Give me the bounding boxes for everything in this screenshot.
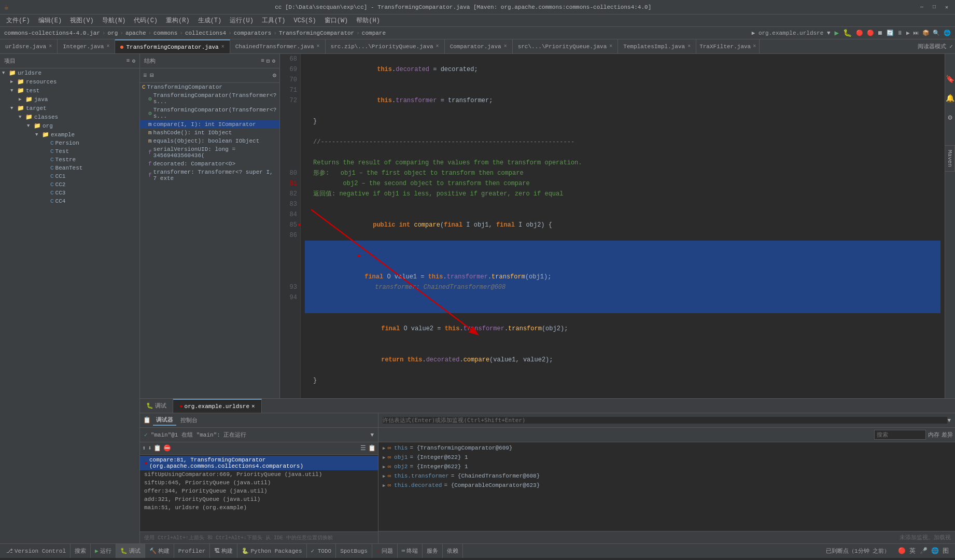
debug-etb-btn2[interactable]: ⬇ xyxy=(148,444,151,452)
var-obj2[interactable]: ▶ ∞ obj2 = {Integer@622} 1 xyxy=(378,462,955,471)
sidebar-item-target[interactable]: ▼ 📁 target xyxy=(0,104,139,113)
stack-item-1[interactable]: siftUpUsingComparator:669, PriorityQueue… xyxy=(140,470,378,479)
menu-view[interactable]: 视图(V) xyxy=(66,15,98,26)
struct-decorated[interactable]: f decorated: Comparator<O> xyxy=(140,160,279,168)
bottom-item-problems[interactable]: ⚠ 问题 xyxy=(372,544,398,558)
tab-transforming-comparator[interactable]: TransformingComparator.java × xyxy=(115,39,230,53)
eval-dropdown[interactable]: ▼ xyxy=(947,417,951,424)
tab-urldsre[interactable]: urldsre.java × xyxy=(0,39,58,53)
debug-filter-btn[interactable]: ▼ xyxy=(370,432,374,438)
maven-tab[interactable]: Maven xyxy=(945,145,955,172)
struct-constructor1[interactable]: ⚙ TransformingComparator(Transformer<? s… xyxy=(140,91,279,106)
run-button[interactable]: ▶ xyxy=(835,29,839,37)
tab-pq1-close[interactable]: × xyxy=(436,44,439,49)
var-this-arrow[interactable]: ▶ xyxy=(383,445,385,451)
menu-run[interactable]: 运行(U) xyxy=(226,15,258,26)
sidebar-item-cc3[interactable]: ▶ C CC3 xyxy=(0,189,139,197)
tab-comparator-close[interactable]: × xyxy=(504,44,507,49)
close-button[interactable]: ✕ xyxy=(943,3,951,11)
bottom-item-todo[interactable]: ✓ TODO xyxy=(307,544,336,558)
code-editor[interactable]: 68 69 70 71 72 80 81 82 xyxy=(280,54,945,398)
debug-etb-btn6[interactable]: 📋 xyxy=(368,444,376,452)
tab-transforming-close[interactable]: × xyxy=(221,44,224,50)
debug-subtab-debugger[interactable]: 调试器 xyxy=(153,415,176,426)
tab-integer-close[interactable]: × xyxy=(106,44,109,49)
struct-compare[interactable]: m compare(I, I): int IComparator xyxy=(140,120,279,129)
menu-vcs[interactable]: VCS(S) xyxy=(289,16,320,25)
breadcrumb-item-commons[interactable]: commons xyxy=(153,30,177,36)
menu-window[interactable]: 窗口(W) xyxy=(320,15,353,26)
stack-item-0[interactable]: ● compare:81, TransformingComparator (or… xyxy=(140,456,378,470)
menu-file[interactable]: 文件(F) xyxy=(2,15,34,26)
maximize-button[interactable]: □ xyxy=(930,3,938,11)
struct-constructor2[interactable]: ⚙ TransformingComparator(Transformer<? s… xyxy=(140,106,279,120)
breadcrumb-item-class[interactable]: TransformingComparator xyxy=(279,30,354,36)
var-search[interactable] xyxy=(874,430,926,440)
menu-edit[interactable]: 编辑(E) xyxy=(34,15,66,26)
tab-urldsre-close[interactable]: × xyxy=(49,44,52,49)
debug-subtab-console[interactable]: 控制台 xyxy=(177,415,201,425)
breadcrumb-item-jar[interactable]: commons-collections4-4.0.jar xyxy=(4,30,100,36)
sidebar-item-test[interactable]: ▼ 📁 test xyxy=(0,86,139,95)
sidebar-item-resources[interactable]: ▶ 📁 resources xyxy=(0,77,139,86)
stack-item-3[interactable]: offer:344, PriorityQueue (java.util) xyxy=(140,487,378,495)
debug-button[interactable]: 🐛 xyxy=(843,29,852,37)
vars-tb-diff[interactable]: 差异 xyxy=(942,431,953,439)
bottom-item-version[interactable]: ⎇ Version Control xyxy=(2,544,71,558)
menu-tools[interactable]: 工具(T) xyxy=(258,15,290,26)
urldsre-tab-close[interactable]: × xyxy=(251,403,255,410)
reader-mode-button[interactable]: 阅读器模式 ✓ xyxy=(916,39,955,53)
sidebar-item-cc4[interactable]: ▶ C CC4 xyxy=(0,197,139,205)
bottom-item-search[interactable]: 搜索 xyxy=(71,544,91,558)
sidebar-item-cc1[interactable]: ▶ C CC1 xyxy=(0,172,139,180)
bottom-item-python[interactable]: 🐍 Python Packages xyxy=(237,544,306,558)
notifications-icon[interactable]: 🔔 xyxy=(946,94,954,103)
tab-priorityqueue2[interactable]: src\...\PriorityQueue.java × xyxy=(513,39,619,53)
sidebar-settings[interactable]: ⚙ xyxy=(132,58,135,64)
breadcrumb-item-method[interactable]: compare xyxy=(362,30,386,36)
menu-refactor[interactable]: 重构(R) xyxy=(162,15,194,26)
settings-right-icon[interactable]: ⚙ xyxy=(948,113,952,122)
tab-pq2-close[interactable]: × xyxy=(609,44,612,49)
stack-item-5[interactable]: main:51, urldsre (org.example) xyxy=(140,503,378,512)
bottom-item-deps[interactable]: 依赖 xyxy=(443,544,463,558)
structure-collapse[interactable]: ⊟ xyxy=(266,58,270,64)
debug-etb-btn3[interactable]: 📋 xyxy=(153,444,161,452)
bottom-tab-debug[interactable]: 🐛 调试 xyxy=(140,399,173,413)
sidebar-collapse-all[interactable]: ≡ xyxy=(127,58,130,64)
tab-priorityqueue1[interactable]: src.zip\...\PriorityQueue.java × xyxy=(326,39,445,53)
bottom-item-build2[interactable]: 🏗 构建 xyxy=(210,544,237,558)
struct-transformer[interactable]: f transformer: Transformer<? super I, 7 … xyxy=(140,168,279,183)
tab-templates-close[interactable]: × xyxy=(687,44,691,49)
bottom-tab-urldsre[interactable]: ● org.example.urldsre × xyxy=(173,399,262,413)
var-obj1-arrow[interactable]: ▶ xyxy=(383,455,385,460)
struct-root[interactable]: C TransformingComparator xyxy=(140,83,279,91)
var-this[interactable]: ▶ ∞ this = {TransformingComparator@609} xyxy=(378,443,955,453)
extra-tab-close[interactable]: × xyxy=(753,44,756,49)
eval-input[interactable] xyxy=(383,417,947,424)
menu-code[interactable]: 代码(C) xyxy=(130,15,162,26)
bottom-item-debug[interactable]: 🐛 调试 xyxy=(116,544,145,558)
sidebar-item-cc2[interactable]: ▶ C CC2 xyxy=(0,180,139,189)
bottom-item-build[interactable]: 🔨 构建 xyxy=(145,544,174,558)
breadcrumb-item-comparators[interactable]: comparators xyxy=(234,30,272,36)
var-transformer[interactable]: ▶ ∞ this.transformer = {ChainedTransform… xyxy=(378,471,955,481)
struct-equals[interactable]: m equals(Object): boolean IObject xyxy=(140,137,279,145)
tab-templates[interactable]: TemplatesImpl.java × xyxy=(618,39,696,53)
tab-chained-close[interactable]: × xyxy=(317,44,320,49)
tab-chained[interactable]: ChainedTransformer.java × xyxy=(230,39,326,53)
bottom-item-terminal[interactable]: ⌨ 终端 xyxy=(398,544,423,558)
menu-help[interactable]: 帮助(H) xyxy=(352,15,384,26)
run-config[interactable]: ▶ org.example.urldsre ▼ xyxy=(752,30,831,36)
debug-etb-btn1[interactable]: ⬆ xyxy=(142,444,146,452)
tab-integer[interactable]: Integer.java × xyxy=(58,39,115,53)
var-decorated-arrow[interactable]: ▶ xyxy=(383,483,385,488)
stack-item-4[interactable]: add:321, PriorityQueue (java.util) xyxy=(140,495,378,503)
sidebar-item-testre[interactable]: ▶ C Testre xyxy=(0,156,139,164)
extra-tab-trax[interactable]: TraXFilter.java × xyxy=(696,39,760,53)
bottom-item-run[interactable]: ▶ 运行 xyxy=(91,544,116,558)
var-obj2-arrow[interactable]: ▶ xyxy=(383,464,385,470)
var-decorated[interactable]: ▶ ∞ this.decorated = {ComparableComparat… xyxy=(378,481,955,490)
var-obj1[interactable]: ▶ ∞ obj1 = {Integer@622} 1 xyxy=(378,453,955,462)
menu-navigate[interactable]: 导航(N) xyxy=(98,15,130,26)
